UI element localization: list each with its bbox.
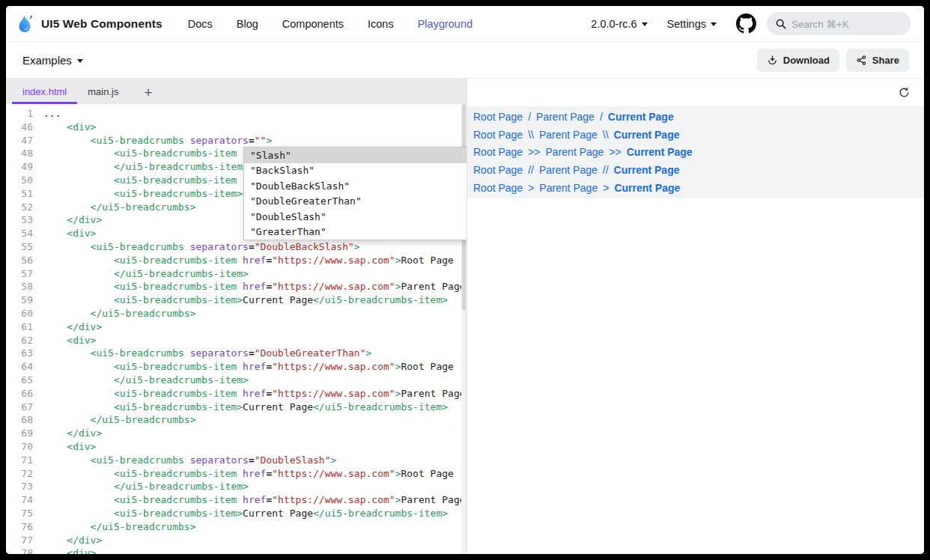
code-line: 69 </div> [10,427,466,440]
download-icon [767,55,778,66]
breadcrumb-row: Root Page>Parent Page>Current Page [473,179,924,197]
nav-item-icons[interactable]: Icons [368,18,394,30]
refresh-button[interactable] [896,85,912,100]
breadcrumb-current: Current Page [608,111,674,123]
code-line: 55 <ui5-breadcrumbs separators="DoubleBa… [10,240,466,254]
brand[interactable]: UI5 Web Components [16,13,162,34]
download-button[interactable]: Download [757,49,839,72]
main-nav: DocsBlogComponentsIconsPlayground [188,18,472,30]
line-number: 74 [10,493,33,507]
tab-main-js[interactable]: main.js [77,79,129,104]
code-text: </ui5-breadcrumbs> [43,201,196,214]
code-text: ... [43,107,61,121]
add-tab-button[interactable]: + [139,84,156,104]
code-text: <div> [43,334,96,347]
code-line: 59 <ui5-breadcrumbs-item>Current Page</u… [10,293,466,307]
examples-dropdown[interactable]: Examples [22,54,83,67]
breadcrumb-separator: \\ [603,129,609,141]
nav-item-playground[interactable]: Playground [418,18,472,30]
code-line: 70 <div> [10,440,466,454]
code-line: 67 <ui5-breadcrumbs-item>Current Page</u… [10,401,466,414]
preview-pane: Root Page/Parent Page/Current PageRoot P… [466,79,924,554]
line-number: 62 [10,334,33,347]
code-text: <ui5-breadcrumbs separators="DoubleGreat… [43,347,371,360]
breadcrumb-link[interactable]: Root Page [473,146,523,158]
settings-dropdown[interactable]: Settings [667,18,717,30]
line-number: 49 [10,160,33,174]
breadcrumb-current: Current Page [614,129,680,141]
breadcrumb-row: Root Page\\Parent Page\\Current Page [473,126,924,144]
code-line: 76 </ui5-breadcrumbs> [10,520,466,534]
breadcrumb-link[interactable]: Root Page [473,111,523,123]
line-number: 64 [10,360,33,374]
breadcrumb-link[interactable]: Parent Page [539,182,598,194]
refresh-icon [898,86,911,99]
tab-index-html[interactable]: index.html [12,79,77,104]
line-number: 53 [10,213,33,227]
breadcrumb-link[interactable]: Root Page [473,182,523,194]
nav-item-docs[interactable]: Docs [188,18,213,30]
breadcrumb-link[interactable]: Parent Page [539,164,598,176]
autocomplete-option[interactable]: "DoubleSlash" [244,209,466,225]
code-text: </div> [43,427,102,440]
line-number: 52 [10,201,33,214]
line-number: 72 [10,467,33,481]
code-line: 1... [10,107,466,121]
nav-item-blog[interactable]: Blog [237,18,258,30]
editor-tabbar: index.htmlmain.js + [6,79,466,104]
line-number: 47 [10,134,33,147]
line-number: 68 [10,413,33,427]
breadcrumb-link[interactable]: Parent Page [536,111,595,123]
chevron-down-icon [711,22,717,26]
code-line: 62 <div> [10,334,466,347]
code-area[interactable]: 1...46 <div>47 <ui5-breadcrumbs separato… [6,104,466,554]
nav-item-components[interactable]: Components [282,18,344,30]
search-input[interactable]: Search ⌘+K [767,12,911,35]
autocomplete-option[interactable]: "GreaterThan" [244,225,466,240]
code-text: <ui5-breadcrumbs-item>Current Page</ui5-… [43,507,448,520]
main-split: index.htmlmain.js + 1...46 <div>47 <ui5-… [6,79,924,554]
code-text: <ui5-breadcrumbs separators="DoubleBackS… [43,240,360,254]
autocomplete-option[interactable]: "Slash" [244,147,466,163]
line-number: 51 [10,187,33,201]
line-number: 54 [10,227,33,240]
code-text: </ui5-breadcrumbs> [43,413,196,427]
line-number: 67 [10,401,33,414]
code-line: 46 <div> [10,121,466,134]
code-line: 47 <ui5-breadcrumbs separators=""> [10,134,466,147]
line-number: 63 [10,347,33,360]
breadcrumb-current: Current Page [614,182,680,194]
breadcrumb-current: Current Page [614,164,680,176]
code-text: </ui5-breadcrumbs> [43,520,196,534]
code-line: 72 <ui5-breadcrumbs-item href="https://w… [10,467,466,481]
breadcrumb-link[interactable]: Root Page [473,129,523,141]
breadcrumb-row: Root Page/Parent Page/Current Page [473,108,924,126]
search-placeholder: Search ⌘+K [791,18,849,30]
breadcrumb-link[interactable]: Root Page [473,164,523,176]
editor-tabs: index.htmlmain.js [12,79,129,104]
breadcrumb-link[interactable]: Parent Page [546,146,604,158]
line-number: 1 [10,107,33,121]
version-dropdown[interactable]: 2.0.0-rc.6 [591,18,647,30]
breadcrumb-link[interactable]: Parent Page [539,129,598,141]
line-number: 73 [10,480,33,493]
code-line: 60 </ui5-breadcrumbs> [10,307,466,320]
share-button[interactable]: Share [846,49,909,72]
examples-toolbar: Examples Download Share [6,42,924,79]
code-text: <ui5-breadcrumbs-item href="https://www.… [43,493,466,507]
code-line: 77 </div> [10,534,466,547]
github-link[interactable] [736,13,756,34]
line-number: 69 [10,427,33,440]
code-text: <div> [43,440,96,454]
code-text: <ui5-breadcrumbs-item>Current Page</ui5-… [43,401,448,414]
line-number: 78 [10,547,33,554]
autocomplete-option[interactable]: "BackSlash" [244,163,466,179]
chevron-down-icon [77,59,83,63]
search-icon [776,19,786,29]
autocomplete-option[interactable]: "DoubleGreaterThan" [244,194,466,210]
autocomplete-option[interactable]: "DoubleBackSlash" [244,178,466,194]
chevron-down-icon [642,22,648,26]
brand-title: UI5 Web Components [41,17,162,31]
code-text: </ui5-breadcrumbs-item> [43,267,249,281]
code-line: 73 </ui5-breadcrumbs-item> [10,480,466,493]
